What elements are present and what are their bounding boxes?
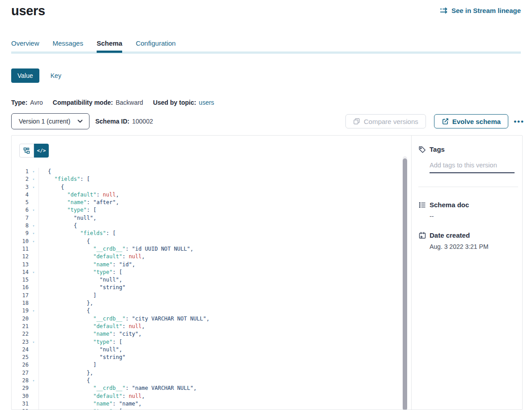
- code-text: "fields": [: [38, 175, 411, 183]
- fold-toggle-icon[interactable]: ▾: [29, 408, 38, 410]
- code-text: },: [38, 299, 411, 307]
- code-text: "__crdb__": "name VARCHAR NULL",: [38, 384, 411, 392]
- code-line: 29 "__crdb__": "name VARCHAR NULL",: [12, 384, 411, 392]
- code-text: "default": null,: [38, 191, 411, 199]
- tab-overview[interactable]: Overview: [11, 39, 39, 53]
- tabs: OverviewMessagesSchemaConfiguration: [11, 39, 176, 53]
- code-text: "null",: [38, 214, 411, 222]
- line-number: 21: [12, 323, 29, 330]
- fold-toggle-icon[interactable]: ▾: [29, 238, 38, 245]
- fold-spacer: [29, 400, 38, 408]
- line-number: 31: [12, 400, 29, 408]
- line-number: 3: [12, 184, 29, 191]
- schema-code-pane: </> 1▾{2▾ "fields": [3▾ {4 "default": nu…: [12, 136, 411, 410]
- type-value: Avro: [30, 99, 43, 106]
- tab-schema[interactable]: Schema: [97, 39, 123, 53]
- code-text: "null",: [38, 276, 411, 284]
- sidebar-divider: [418, 187, 518, 187]
- tab-messages[interactable]: Messages: [53, 39, 83, 53]
- tab-configuration[interactable]: Configuration: [136, 39, 175, 53]
- view-mode-toggle: </>: [19, 144, 49, 158]
- line-number: 20: [12, 315, 29, 323]
- code-line: 21 "default": null,: [12, 323, 411, 330]
- code-scrollbar-track[interactable]: [403, 156, 407, 410]
- fold-spacer: [29, 384, 38, 392]
- used-by-topic-link[interactable]: users: [199, 99, 214, 106]
- fold-toggle-icon[interactable]: ▾: [29, 206, 38, 214]
- code-line: 12 "default": null,: [12, 253, 411, 261]
- line-number: 16: [12, 284, 29, 291]
- version-select[interactable]: Version 1 (current): [11, 113, 89, 129]
- code-text: ]: [38, 361, 411, 369]
- lineage-link-label: See in Stream lineage: [451, 7, 521, 14]
- evolve-button-label: Evolve schema: [452, 118, 501, 125]
- line-number: 10: [12, 238, 29, 245]
- code-text: {: [38, 307, 411, 315]
- code-text: {: [38, 168, 411, 175]
- code-text: "fields": [: [38, 230, 411, 237]
- compare-versions-button[interactable]: Compare versions: [345, 114, 426, 128]
- value-tab-button[interactable]: Value: [11, 68, 39, 83]
- fold-toggle-icon[interactable]: ▾: [29, 269, 38, 276]
- code-line: 3▾ {: [12, 184, 411, 191]
- code-scrollbar-thumb[interactable]: [403, 158, 407, 410]
- code-line: 8▾ {: [12, 222, 411, 230]
- fold-toggle-icon[interactable]: ▾: [29, 307, 38, 315]
- compare-button-label: Compare versions: [364, 118, 418, 125]
- line-number: 19: [12, 307, 29, 315]
- line-number: 13: [12, 261, 29, 269]
- code-view-button[interactable]: </>: [34, 144, 49, 158]
- fold-spacer: [29, 276, 38, 284]
- code-text: },: [38, 369, 411, 377]
- key-tab-link[interactable]: Key: [51, 72, 61, 79]
- code-line: 18 },: [12, 299, 411, 307]
- code-line: 17 ]: [12, 292, 411, 299]
- see-in-stream-lineage-link[interactable]: See in Stream lineage: [440, 7, 521, 14]
- evolve-schema-button[interactable]: Evolve schema: [434, 114, 508, 128]
- fold-toggle-icon[interactable]: ▾: [29, 222, 38, 230]
- tree-view-icon: [23, 147, 30, 154]
- code-line: 30 "default": null,: [12, 393, 411, 400]
- code-line: 26 ]: [12, 361, 411, 369]
- code-text: {: [38, 222, 411, 230]
- code-line: 24 "null",: [12, 346, 411, 354]
- line-number: 11: [12, 245, 29, 253]
- compatibility-mode-label: Compatibility mode:: [53, 99, 113, 106]
- code-line: 6▾ "type": [: [12, 206, 411, 214]
- fold-toggle-icon[interactable]: ▾: [29, 338, 38, 346]
- code-line: 31 "name": "name",: [12, 400, 411, 408]
- schema-id-value: 100002: [132, 118, 153, 125]
- version-toolbar: Version 1 (current) Schema ID: 100002 Co…: [11, 113, 524, 129]
- code-text: "type": [: [38, 269, 411, 276]
- used-by-topic-label: Used by topic:: [153, 99, 196, 106]
- tree-view-button[interactable]: [19, 144, 34, 158]
- version-select-value: Version 1 (current): [19, 118, 70, 125]
- compare-icon: [353, 118, 360, 125]
- fold-toggle-icon[interactable]: ▾: [29, 230, 38, 237]
- fold-toggle-icon[interactable]: ▾: [29, 377, 38, 384]
- code-text: "default": null,: [38, 253, 411, 261]
- fold-toggle-icon[interactable]: ▾: [29, 184, 38, 191]
- schema-id: Schema ID: 100002: [95, 118, 153, 125]
- code-line: 7 "null",: [12, 214, 411, 222]
- schema-metadata-sidebar: Tags Schema doc -- Date c: [411, 136, 522, 410]
- code-line: 22 "name": "city",: [12, 330, 411, 338]
- add-tags-input[interactable]: [430, 158, 515, 173]
- schema-meta-row: Type: Avro Compatibility mode: Backward …: [11, 99, 214, 106]
- fold-spacer: [29, 245, 38, 253]
- code-line: 25 "string": [12, 354, 411, 361]
- code-line: 1▾{: [12, 168, 411, 175]
- line-number: 15: [12, 276, 29, 284]
- schema-doc-title: Schema doc: [430, 201, 469, 209]
- line-number: 18: [12, 299, 29, 307]
- value-key-toggle: Value Key: [11, 68, 61, 83]
- code-line: 13 "name": "id",: [12, 261, 411, 269]
- code-text: "name": "id",: [38, 261, 411, 269]
- fold-toggle-icon[interactable]: ▾: [29, 175, 38, 183]
- fold-toggle-icon[interactable]: ▾: [29, 168, 38, 175]
- line-number: 4: [12, 191, 29, 199]
- code-line: 27 },: [12, 369, 411, 377]
- line-number: 8: [12, 222, 29, 230]
- line-number: 9: [12, 230, 29, 237]
- more-options-icon[interactable]: •••: [514, 118, 524, 125]
